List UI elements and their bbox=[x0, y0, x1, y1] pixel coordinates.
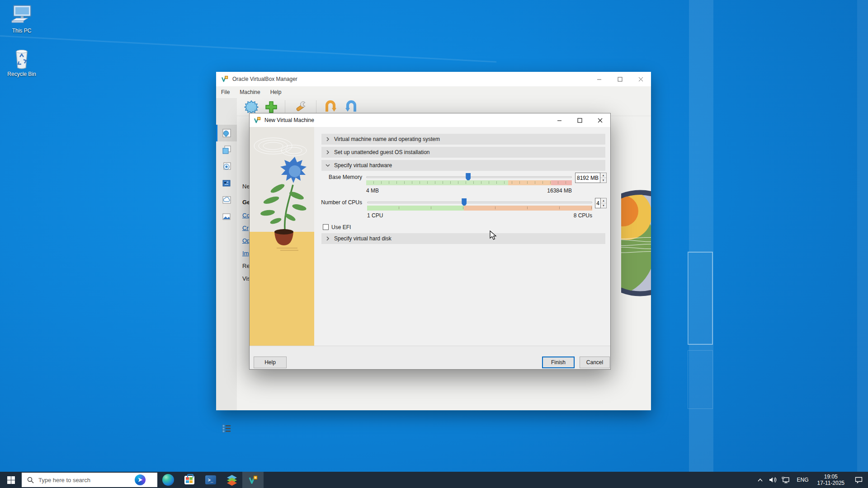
start-button[interactable] bbox=[0, 472, 22, 488]
toolbar-new-button[interactable] bbox=[241, 100, 261, 114]
welcome-icon bbox=[221, 128, 232, 139]
finish-button[interactable]: Finish bbox=[542, 357, 575, 368]
sidebar-item-list-view[interactable] bbox=[216, 420, 237, 436]
toolbar-export-button[interactable] bbox=[341, 100, 362, 114]
snapshots-icon bbox=[221, 161, 232, 172]
logs-icon bbox=[221, 178, 232, 189]
sidebar-item-snapshots[interactable] bbox=[216, 158, 237, 175]
tray-hidden-icons-button[interactable] bbox=[754, 472, 766, 488]
desktop-icon-this-pc[interactable]: This PC bbox=[0, 5, 43, 34]
taskbar-powershell[interactable]: >_ bbox=[200, 472, 221, 488]
welcome-link-partial-1[interactable]: Co bbox=[242, 212, 249, 219]
dialog-titlebar[interactable]: New Virtual Machine bbox=[250, 113, 610, 127]
taskbar-virtualbox[interactable] bbox=[242, 472, 264, 488]
this-pc-label: This PC bbox=[0, 28, 43, 34]
spin-down-icon[interactable]: ▼ bbox=[601, 203, 606, 208]
chevron-right-icon bbox=[326, 236, 330, 241]
cpu-slider[interactable] bbox=[367, 202, 592, 203]
desktop: This PC Recycle Bin Oracle VirtualBox Ma… bbox=[0, 0, 868, 488]
cpu-count-label: Number of CPUs bbox=[318, 199, 362, 206]
toolbar-separator bbox=[316, 100, 316, 114]
chevron-down-icon bbox=[326, 163, 330, 168]
wallpaper-streak bbox=[0, 35, 497, 63]
export-icon bbox=[344, 100, 359, 114]
new-vm-icon bbox=[244, 100, 259, 114]
dialog-window-controls bbox=[549, 113, 610, 127]
close-icon bbox=[598, 118, 603, 123]
help-button[interactable]: Help bbox=[254, 357, 287, 368]
wallpaper-window-shape bbox=[688, 252, 713, 345]
cpu-scale bbox=[367, 206, 592, 211]
tray-language-button[interactable]: ENG bbox=[793, 472, 812, 488]
menu-help[interactable]: Help bbox=[265, 87, 287, 97]
virtualbox-logo-icon bbox=[221, 75, 229, 83]
dialog-minimize-button[interactable] bbox=[549, 113, 570, 127]
cpu-value-field[interactable]: 4 bbox=[595, 198, 601, 208]
section-virtual-hard-disk[interactable]: Specify virtual hard disk bbox=[321, 233, 605, 244]
use-efi-label: Use EFI bbox=[331, 224, 351, 230]
tray-clock[interactable]: 19:05 17-11-2025 bbox=[813, 472, 849, 488]
wallpaper-edge-band bbox=[857, 0, 868, 472]
menu-machine[interactable]: Machine bbox=[235, 87, 265, 97]
manager-maximize-button[interactable] bbox=[609, 72, 630, 86]
cpu-min-label: 1 CPU bbox=[367, 212, 383, 219]
tray-volume-button[interactable] bbox=[766, 472, 779, 488]
sidebar-item-cloud[interactable] bbox=[216, 192, 237, 208]
tray-network-button[interactable] bbox=[779, 472, 793, 488]
sidebar-item-logs[interactable] bbox=[216, 175, 237, 192]
section-virtual-hardware[interactable]: Specify virtual hardware bbox=[321, 160, 605, 171]
tray-action-center-button[interactable] bbox=[849, 472, 868, 488]
menu-file[interactable]: File bbox=[216, 87, 235, 97]
copilot-icon[interactable] bbox=[135, 474, 146, 485]
action-center-icon bbox=[855, 477, 863, 483]
sidebar-item-media[interactable] bbox=[216, 208, 237, 225]
spin-down-icon[interactable]: ▼ bbox=[600, 178, 606, 183]
section-label: Specify virtual hardware bbox=[334, 162, 392, 169]
base-memory-value-field[interactable]: 8192 MB bbox=[575, 173, 600, 183]
base-memory-scale bbox=[366, 180, 572, 185]
dialog-maximize-button[interactable] bbox=[570, 113, 590, 127]
toolbar-import-button[interactable] bbox=[320, 100, 341, 114]
manager-titlebar[interactable]: Oracle VirtualBox Manager bbox=[216, 72, 651, 86]
welcome-text-partial-2: Vis bbox=[242, 275, 249, 282]
welcome-link-partial-3[interactable]: Op bbox=[242, 237, 249, 244]
list-view-icon bbox=[222, 423, 231, 433]
cpu-spinner[interactable]: ▲▼ bbox=[601, 198, 607, 208]
wallpaper-window-shape-dim bbox=[688, 350, 713, 409]
taskbar-layers-app[interactable] bbox=[221, 472, 242, 488]
minimize-icon bbox=[597, 77, 602, 82]
cancel-button[interactable]: Cancel bbox=[580, 357, 610, 368]
network-icon bbox=[782, 477, 790, 483]
base-memory-slider[interactable] bbox=[366, 176, 572, 178]
sidebar-item-machines[interactable] bbox=[216, 141, 237, 158]
maximize-icon bbox=[577, 118, 582, 123]
sidebar-item-welcome[interactable] bbox=[216, 125, 237, 141]
search-icon bbox=[27, 477, 34, 483]
toolbar-add-button[interactable] bbox=[261, 100, 281, 114]
base-memory-spinner[interactable]: ▲▼ bbox=[600, 173, 607, 183]
tray-date: 17-11-2025 bbox=[817, 480, 845, 486]
toolbar-tools-button[interactable] bbox=[289, 100, 312, 114]
section-name-os[interactable]: Virtual machine name and operating syste… bbox=[321, 134, 605, 145]
manager-sidebar bbox=[216, 98, 237, 410]
manager-minimize-button[interactable] bbox=[589, 72, 609, 86]
spin-up-icon[interactable]: ▲ bbox=[601, 198, 606, 203]
section-label: Virtual machine name and operating syste… bbox=[334, 136, 440, 142]
desktop-icon-recycle-bin[interactable]: Recycle Bin bbox=[0, 48, 43, 77]
use-efi-checkbox[interactable] bbox=[323, 224, 329, 230]
virtualbox-logo-icon bbox=[253, 116, 261, 124]
section-label: Set up unattended guest OS installation bbox=[334, 149, 429, 155]
taskbar-search[interactable]: Type here to search bbox=[22, 473, 157, 487]
taskbar-edge[interactable] bbox=[157, 472, 179, 488]
base-memory-max-label: 16384 MB bbox=[504, 188, 572, 194]
taskbar-store[interactable] bbox=[179, 472, 200, 488]
minimize-icon bbox=[557, 118, 562, 123]
dialog-close-button[interactable] bbox=[590, 113, 610, 127]
welcome-link-partial-2[interactable]: Cr bbox=[242, 225, 249, 231]
welcome-link-partial-4[interactable]: Im bbox=[242, 250, 249, 257]
dialog-illustration bbox=[250, 127, 314, 346]
section-unattended-install[interactable]: Set up unattended guest OS installation bbox=[321, 147, 605, 158]
spin-up-icon[interactable]: ▲ bbox=[600, 173, 606, 178]
welcome-artwork-globe bbox=[621, 179, 651, 315]
manager-close-button[interactable] bbox=[630, 72, 651, 86]
